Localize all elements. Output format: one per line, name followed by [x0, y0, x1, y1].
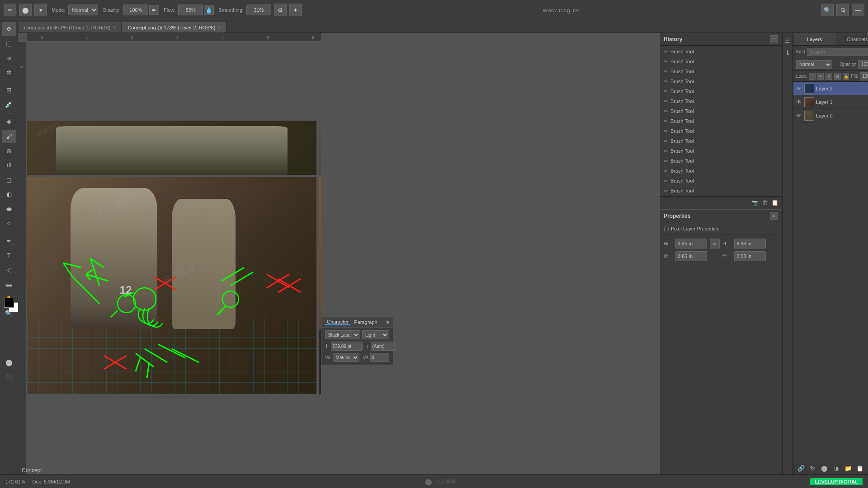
lock-all-btn[interactable]: 🔒	[843, 73, 849, 80]
new-layer-btn[interactable]: 📋	[856, 465, 864, 473]
mode-select[interactable]: Normal	[68, 5, 98, 15]
tracking-method-select[interactable]: Metrics	[333, 353, 359, 362]
layers-panel-btn[interactable]: ☰	[783, 36, 793, 46]
color-swatches[interactable]	[4, 298, 19, 313]
new-adjustment-btn[interactable]: ◑	[832, 465, 840, 473]
width-input[interactable]	[675, 239, 707, 249]
eyedropper-tool[interactable]: 💉	[2, 98, 16, 111]
layer-visibility-2[interactable]: 👁	[795, 85, 802, 92]
link-layers-btn[interactable]: 🔗	[797, 465, 805, 473]
tab-comp-close[interactable]: ×	[113, 25, 116, 30]
search-icon[interactable]: 🔍	[821, 4, 834, 16]
flow-input[interactable]	[178, 5, 203, 15]
tab-paragraph[interactable]: Paragraph	[352, 319, 379, 325]
path-select-tool[interactable]: ◁	[2, 263, 16, 277]
history-create-btn[interactable]: 📋	[771, 199, 779, 207]
dodge-tool[interactable]: ○	[2, 216, 16, 230]
brush-preset-icon[interactable]: ▾	[34, 4, 47, 16]
blend-mode-select[interactable]: Normal	[796, 60, 832, 69]
layer-item-0[interactable]: 👁 Layer 0	[793, 109, 868, 122]
list-item[interactable]: ✏Brush Tool	[660, 106, 782, 116]
screen-mode-tool[interactable]: ⬛	[2, 370, 16, 384]
link-wh-btn[interactable]: ∞	[710, 239, 720, 249]
blur-tool[interactable]: ⬬	[2, 202, 16, 216]
char-panel-menu-btn[interactable]: ≡	[387, 319, 389, 325]
font-style-select[interactable]: Light	[362, 330, 389, 339]
list-item[interactable]: ✏Brush Tool	[660, 146, 782, 156]
selection-tool[interactable]: ⬚	[2, 37, 16, 50]
heal-tool[interactable]: ✚	[2, 115, 16, 129]
tab-channels[interactable]: Channels	[836, 33, 868, 45]
flow-icon[interactable]: 💧	[204, 5, 214, 15]
quick-mask-tool[interactable]: ⬤	[2, 356, 16, 369]
tab-concept-close[interactable]: ×	[218, 25, 221, 30]
list-item[interactable]: ✏Brush Tool	[660, 66, 782, 76]
y-input[interactable]	[734, 251, 766, 261]
brush-size-icon[interactable]: ⬤	[19, 4, 32, 16]
new-group-btn[interactable]: 📁	[844, 465, 852, 473]
list-item[interactable]: ✏Brush Tool	[660, 126, 782, 136]
arrange-icon[interactable]: ⧉	[836, 4, 849, 16]
list-item[interactable]: ✏Brush Tool	[660, 166, 782, 176]
history-delete-btn[interactable]: 🗑	[761, 199, 769, 207]
lock-position-btn[interactable]: ✥	[826, 73, 832, 80]
wand-tool[interactable]: ✲	[2, 66, 16, 79]
lasso-tool[interactable]: ⌀	[2, 51, 16, 65]
history-list[interactable]: ✏Brush Tool ✏Brush Tool ✏Brush Tool ✏Bru…	[660, 46, 782, 196]
list-item[interactable]: ✏Brush Tool	[660, 76, 782, 86]
font-size-input[interactable]	[331, 342, 363, 351]
tab-layers[interactable]: Layers	[793, 33, 836, 45]
height-input[interactable]	[734, 239, 766, 249]
pen-tool[interactable]: ✒	[2, 234, 16, 248]
list-item[interactable]: ✏Brush Tool	[660, 136, 782, 146]
tab-character[interactable]: Character	[325, 319, 350, 325]
list-item[interactable]: ✏Brush Tool	[660, 56, 782, 66]
add-mask-btn[interactable]: ⬤	[821, 465, 829, 473]
brush-settings-icon[interactable]: ✦	[289, 4, 302, 16]
lock-transparent-btn[interactable]: ⬚	[809, 73, 816, 80]
lock-artboard-btn[interactable]: ⊞	[834, 73, 841, 80]
list-item[interactable]: ✏Brush Tool	[660, 96, 782, 106]
add-layer-style-btn[interactable]: fx	[809, 465, 817, 473]
tab-comp[interactable]: comp.psd @ 45.1% (Group 1, RGB/16) ×	[18, 22, 122, 33]
clone-tool[interactable]: ⊕	[2, 144, 16, 158]
minimize-icon[interactable]: —	[852, 4, 864, 16]
layer-item-2[interactable]: 👁 Layer 2	[793, 82, 868, 95]
properties-collapse-btn[interactable]: ≡	[770, 212, 778, 220]
brush-tool[interactable]: 🖌	[2, 130, 16, 143]
list-item[interactable]: ✏Brush Tool	[660, 176, 782, 186]
opacity-input[interactable]	[123, 5, 148, 15]
list-item[interactable]: ✏Brush Tool	[660, 156, 782, 166]
tracking-val-input[interactable]	[370, 353, 389, 362]
move-tool[interactable]: ✥	[2, 22, 16, 36]
layer-opacity-input[interactable]	[858, 60, 868, 69]
opacity-airbrush-icon[interactable]: ✒	[149, 5, 159, 15]
list-item[interactable]: ✏Brush Tool	[660, 186, 782, 196]
lock-pixels-btn[interactable]: ✏	[817, 73, 824, 80]
history-brush-tool[interactable]: ↺	[2, 159, 16, 172]
layer-search-input[interactable]	[807, 48, 868, 56]
x-input[interactable]	[675, 251, 707, 261]
info-panel-btn[interactable]: ℹ	[783, 47, 793, 57]
font-family-select[interactable]: Black Label	[325, 330, 360, 339]
smoothing-input[interactable]	[246, 5, 271, 15]
crop-tool[interactable]: ⊞	[2, 83, 16, 97]
eraser-tool[interactable]: ◻	[2, 173, 16, 187]
layer-visibility-0[interactable]: 👁	[795, 112, 802, 119]
fill-input[interactable]	[860, 72, 868, 80]
text-tool[interactable]: T	[2, 249, 16, 262]
layer-item-1[interactable]: 👁 Layer 1	[793, 95, 868, 109]
smoothing-settings-icon[interactable]: ⚙	[274, 4, 287, 16]
shape-tool[interactable]: ▬	[2, 277, 16, 291]
list-item[interactable]: ✏Brush Tool	[660, 86, 782, 96]
list-item[interactable]: ✏Brush Tool	[660, 47, 782, 56]
list-item[interactable]: ✏Brush Tool	[660, 116, 782, 126]
new-snapshot-btn[interactable]: 📷	[751, 199, 759, 207]
foreground-color-swatch[interactable]	[4, 298, 14, 308]
layer-visibility-1[interactable]: 👁	[795, 99, 802, 106]
gradient-tool[interactable]: ◐	[2, 188, 16, 201]
history-collapse-btn[interactable]: ≡	[770, 35, 778, 43]
leading-input[interactable]	[371, 342, 396, 351]
tab-concept[interactable]: Concept.png @ 173% (Layer 2, RGB/8) ×	[122, 22, 226, 33]
brush-tool-icon[interactable]: ✏	[4, 4, 16, 16]
